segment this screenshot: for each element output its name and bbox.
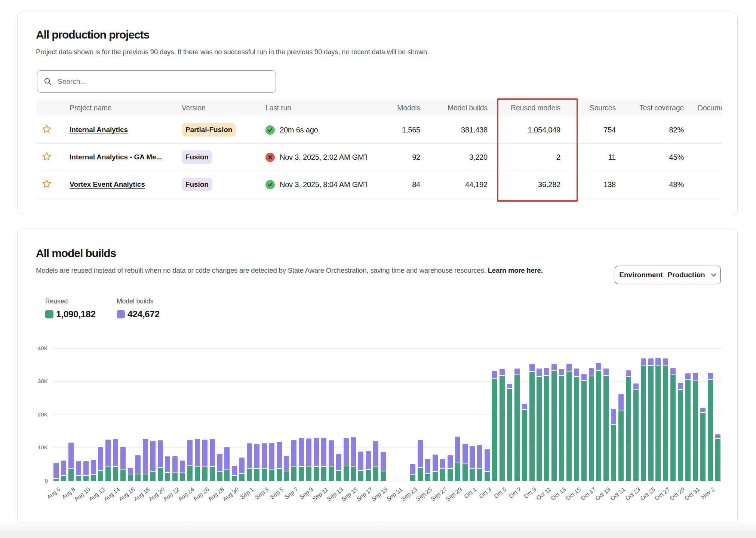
bar-aug-20[interactable] <box>158 440 163 480</box>
bar-sep-27[interactable] <box>440 459 445 481</box>
table-row[interactable]: Internal Analytics - GA Me... Fusion Nov… <box>36 144 722 171</box>
bar-oct-19[interactable] <box>603 369 609 481</box>
bar-oct-25[interactable] <box>648 358 654 480</box>
bar-sep-17[interactable] <box>366 451 371 481</box>
bar-aug-8[interactable] <box>68 443 74 481</box>
bar-sep-2[interactable] <box>254 444 259 480</box>
bar-aug-15[interactable] <box>120 447 126 480</box>
bar-sep-9[interactable] <box>306 438 311 481</box>
bar-oct-23[interactable] <box>633 383 639 481</box>
bar-sep-13[interactable] <box>336 454 341 481</box>
bar-aug-23[interactable] <box>180 461 185 480</box>
header-project-name[interactable]: Project name <box>70 104 182 112</box>
bar-sep-14[interactable] <box>344 438 349 480</box>
search-input[interactable] <box>58 77 276 86</box>
bar-aug-24[interactable] <box>187 440 193 481</box>
bar-oct-14[interactable] <box>566 364 572 481</box>
header-sources[interactable]: Sources <box>564 104 620 112</box>
bar-aug-13[interactable] <box>105 440 111 480</box>
bar-oct-9[interactable] <box>529 364 535 481</box>
header-models[interactable]: Models <box>378 104 424 112</box>
header-reused-models[interactable]: Reused models <box>491 104 564 112</box>
bar-oct-27[interactable] <box>663 358 668 481</box>
bar-oct-28[interactable] <box>670 368 676 481</box>
bar-oct-18[interactable] <box>596 363 601 480</box>
bar-aug-6[interactable] <box>53 463 59 481</box>
bar-aug-14[interactable] <box>113 439 118 481</box>
bar-sep-29[interactable] <box>455 437 460 481</box>
bar-aug-10[interactable] <box>83 461 89 481</box>
header-documentation[interactable]: Documentation <box>688 104 722 112</box>
bar-oct-24[interactable] <box>641 358 646 480</box>
bar-oct-31[interactable] <box>693 373 698 481</box>
bar-aug-29[interactable] <box>224 447 230 480</box>
bar-sep-7[interactable] <box>291 440 296 481</box>
bar-sep-26[interactable] <box>433 455 438 480</box>
bar-oct-7[interactable] <box>514 369 520 480</box>
bar-sep-4[interactable] <box>269 443 274 481</box>
header-version[interactable]: Version <box>182 104 262 112</box>
bar-sep-6[interactable] <box>284 456 289 481</box>
bar-aug-30[interactable] <box>232 466 237 481</box>
bar-aug-27[interactable] <box>210 439 215 481</box>
bar-aug-21[interactable] <box>165 456 170 480</box>
bar-oct-29[interactable] <box>678 383 683 480</box>
project-name-link[interactable]: Vortex Event Analytics <box>70 180 145 188</box>
bar-sep-24[interactable] <box>418 440 423 481</box>
bar-aug-22[interactable] <box>172 456 178 480</box>
bar-oct-13[interactable] <box>559 369 564 481</box>
bar-oct-2[interactable] <box>477 445 482 480</box>
bar-sep-23[interactable] <box>410 464 415 481</box>
bar-oct-17[interactable] <box>589 368 594 480</box>
bar-sep-3[interactable] <box>262 443 267 481</box>
bar-nov-2[interactable] <box>708 373 713 481</box>
bar-oct-12[interactable] <box>551 364 557 481</box>
bar-aug-31[interactable] <box>239 458 245 481</box>
bar-sep-25[interactable] <box>425 459 430 481</box>
bar-oct-5[interactable] <box>500 369 505 481</box>
bar-aug-7[interactable] <box>61 461 66 481</box>
bar-oct-26[interactable] <box>655 358 661 480</box>
table-row[interactable]: Internal Analytics Partial-Fusion 20m 6s… <box>36 116 722 144</box>
bar-oct-10[interactable] <box>537 369 542 480</box>
bar-sep-19[interactable] <box>381 452 386 481</box>
bar-oct-22[interactable] <box>626 370 631 480</box>
bar-aug-28[interactable] <box>217 454 222 480</box>
bar-oct-16[interactable] <box>581 374 587 480</box>
bar-aug-18[interactable] <box>143 439 148 480</box>
bar-aug-17[interactable] <box>135 455 141 481</box>
bar-sep-28[interactable] <box>448 455 453 480</box>
table-row[interactable]: Vortex Event Analytics Fusion Nov 3, 202… <box>36 171 722 198</box>
bar-sep-1[interactable] <box>247 443 252 480</box>
bar-oct-3[interactable] <box>485 449 490 481</box>
bar-sep-11[interactable] <box>321 438 326 481</box>
bar-oct-4[interactable] <box>492 371 497 480</box>
bar-oct-6[interactable] <box>507 384 512 480</box>
bar-aug-25[interactable] <box>195 439 200 480</box>
bar-oct-30[interactable] <box>685 373 691 481</box>
bar-oct-15[interactable] <box>574 369 579 481</box>
project-name-link[interactable]: Internal Analytics <box>70 126 128 134</box>
favorite-star-icon[interactable] <box>42 152 52 161</box>
favorite-star-icon[interactable] <box>42 179 52 189</box>
bar-aug-16[interactable] <box>128 468 133 480</box>
bar-oct-11[interactable] <box>544 368 549 480</box>
bar-sep-10[interactable] <box>314 438 319 481</box>
bar-oct-8[interactable] <box>522 404 527 481</box>
favorite-star-icon[interactable] <box>42 124 52 134</box>
bar-aug-12[interactable] <box>98 447 103 480</box>
bar-sep-15[interactable] <box>351 437 356 481</box>
header-last-run[interactable]: Last run <box>262 104 378 112</box>
bar-oct-1[interactable] <box>470 446 475 480</box>
project-search[interactable] <box>37 70 276 93</box>
bar-sep-18[interactable] <box>373 441 378 481</box>
bar-aug-19[interactable] <box>150 441 156 481</box>
bar-oct-21[interactable] <box>618 394 624 481</box>
bar-sep-8[interactable] <box>299 438 304 480</box>
bar-aug-9[interactable] <box>76 461 81 481</box>
header-test-coverage[interactable]: Test coverage <box>620 104 688 112</box>
bar-sep-12[interactable] <box>329 440 334 480</box>
bar-nov-3[interactable] <box>715 434 720 481</box>
bar-sep-5[interactable] <box>277 442 282 480</box>
bar-sep-30[interactable] <box>462 444 468 481</box>
